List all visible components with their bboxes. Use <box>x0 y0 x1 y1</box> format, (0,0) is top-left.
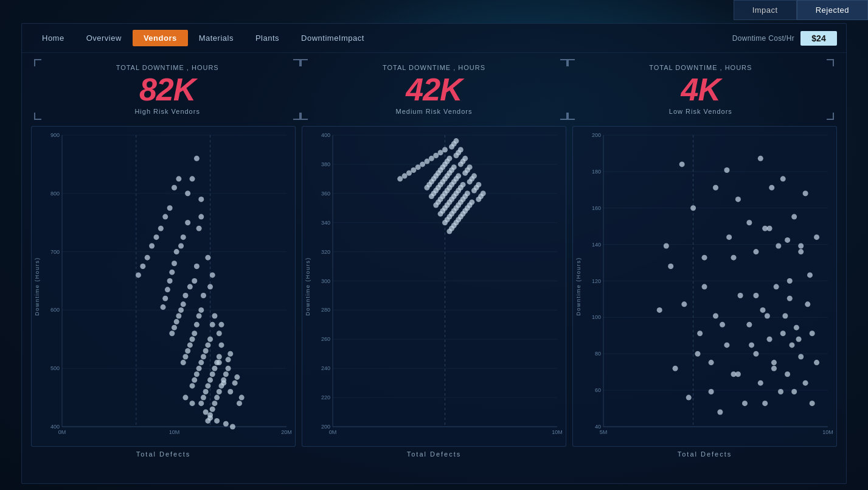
scatter-dot[interactable] <box>232 380 238 386</box>
scatter-dot[interactable] <box>668 264 673 269</box>
scatter-dot[interactable] <box>201 354 206 360</box>
scatter-dot[interactable] <box>218 322 224 327</box>
scatter-dot[interactable] <box>769 185 774 191</box>
scatter-dot[interactable] <box>162 214 168 220</box>
scatter-dot[interactable] <box>397 176 403 181</box>
scatter-dot[interactable] <box>192 331 197 336</box>
scatter-dot[interactable] <box>194 322 200 327</box>
scatter-dot[interactable] <box>161 304 166 310</box>
scatter-dot[interactable] <box>765 313 770 318</box>
scatter-dot[interactable] <box>190 176 195 181</box>
scatter-dot[interactable] <box>145 255 150 261</box>
scatter-dot[interactable] <box>695 351 700 357</box>
scatter-dot[interactable] <box>758 156 763 161</box>
scatter-dot[interactable] <box>185 191 190 196</box>
scatter-dot[interactable] <box>481 191 486 196</box>
scatter-dot[interactable] <box>176 176 181 181</box>
scatter-dot[interactable] <box>782 313 788 318</box>
scatter-dot[interactable] <box>218 342 224 348</box>
scatter-dot[interactable] <box>237 401 242 406</box>
scatter-dot[interactable] <box>210 272 215 278</box>
scatter-dot[interactable] <box>458 147 464 152</box>
scatter-dot[interactable] <box>210 322 215 327</box>
scatter-dot[interactable] <box>190 401 195 406</box>
nav-downtime-impact[interactable]: DowntimeImpact <box>290 30 375 46</box>
scatter-dot[interactable] <box>720 322 725 327</box>
scatter-dot[interactable] <box>162 296 168 301</box>
scatter-dot[interactable] <box>174 319 179 324</box>
scatter-dot[interactable] <box>787 296 793 301</box>
scatter-dot[interactable] <box>178 243 184 249</box>
scatter-dot[interactable] <box>726 234 732 240</box>
scatter-dot[interactable] <box>406 170 412 176</box>
scatter-dot[interactable] <box>442 147 448 152</box>
scatter-dot[interactable] <box>794 325 799 331</box>
scatter-dot[interactable] <box>713 185 718 191</box>
scatter-dot[interactable] <box>735 197 741 202</box>
scatter-dot[interactable] <box>185 348 190 354</box>
scatter-dot[interactable] <box>780 331 786 336</box>
scatter-dot[interactable] <box>411 167 416 173</box>
scatter-dot[interactable] <box>805 301 810 307</box>
scatter-dot[interactable] <box>702 255 707 261</box>
scatter-dot[interactable] <box>182 395 188 401</box>
scatter-dot[interactable] <box>731 371 737 377</box>
scatter-dot[interactable] <box>227 389 233 394</box>
scatter-dot[interactable] <box>746 220 752 225</box>
scatter-dot[interactable] <box>181 234 186 240</box>
scatter-dot[interactable] <box>697 331 703 336</box>
scatter-dot[interactable] <box>771 360 777 365</box>
scatter-dot[interactable] <box>223 421 229 427</box>
scatter-dot[interactable] <box>194 264 200 269</box>
scatter-dot[interactable] <box>207 412 213 418</box>
scatter-dot[interactable] <box>196 366 202 371</box>
scatter-dot[interactable] <box>810 331 815 336</box>
scatter-dot[interactable] <box>742 401 748 406</box>
scatter-dot[interactable] <box>158 226 164 231</box>
scatter-dot[interactable] <box>462 156 468 161</box>
scatter-dot[interactable] <box>767 337 773 342</box>
scatter-dot[interactable] <box>657 307 662 313</box>
scatter-dot[interactable] <box>791 214 797 220</box>
scatter-dot[interactable] <box>433 202 439 208</box>
scatter-dot[interactable] <box>429 156 434 161</box>
scatter-dot[interactable] <box>192 278 197 284</box>
scatter-dot[interactable] <box>796 337 802 342</box>
scatter-dot[interactable] <box>798 243 804 249</box>
scatter-dot[interactable] <box>709 389 714 394</box>
scatter-dot[interactable] <box>438 211 443 217</box>
scatter-dot[interactable] <box>223 371 229 377</box>
scatter-dot[interactable] <box>198 214 204 220</box>
scatter-dot[interactable] <box>767 226 773 231</box>
scatter-dot[interactable] <box>207 337 213 342</box>
scatter-dot[interactable] <box>210 371 215 377</box>
scatter-dot[interactable] <box>214 360 220 365</box>
scatter-dot[interactable] <box>753 351 759 357</box>
scatter-dot[interactable] <box>753 249 759 254</box>
scatter-dot[interactable] <box>471 173 477 179</box>
scatter-dot[interactable] <box>433 153 439 158</box>
scatter-dot[interactable] <box>198 197 204 202</box>
scatter-dot[interactable] <box>196 313 202 318</box>
scatter-dot[interactable] <box>724 167 729 173</box>
downtime-cost-value[interactable]: $24 <box>800 31 837 46</box>
scatter-dot[interactable] <box>227 351 233 357</box>
scatter-dot[interactable] <box>187 342 193 348</box>
nav-materials[interactable]: Materials <box>188 30 245 46</box>
scatter-dot[interactable] <box>172 185 177 191</box>
scatter-dot[interactable] <box>442 220 448 225</box>
scatter-dot[interactable] <box>172 325 177 331</box>
scatter-dot[interactable] <box>226 366 231 371</box>
scatter-dot[interactable] <box>814 234 819 240</box>
scatter-dot[interactable] <box>167 278 173 284</box>
scatter-dot[interactable] <box>780 176 786 181</box>
scatter-dot[interactable] <box>187 284 193 290</box>
scatter-dot[interactable] <box>205 418 210 424</box>
scatter-dot[interactable] <box>230 424 235 430</box>
scatter-dot[interactable] <box>713 313 718 318</box>
scatter-dot[interactable] <box>717 410 723 415</box>
scatter-dot[interactable] <box>681 301 687 307</box>
scatter-dot[interactable] <box>140 264 145 269</box>
scatter-dot[interactable] <box>221 377 226 383</box>
scatter-dot[interactable] <box>791 389 797 394</box>
